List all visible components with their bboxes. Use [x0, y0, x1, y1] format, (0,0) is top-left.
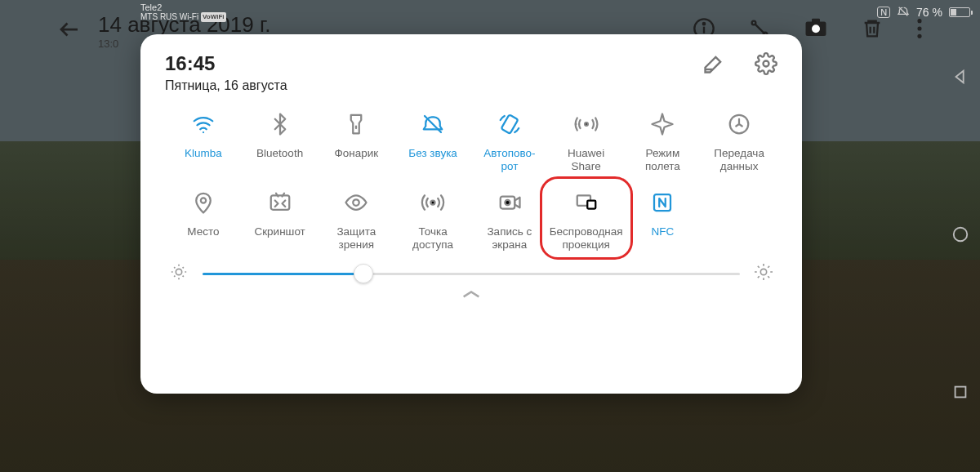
bluetooth-icon	[265, 109, 295, 139]
tile-screenshot[interactable]: Скриншот	[242, 188, 318, 252]
brightness-high-icon	[755, 263, 773, 284]
nfc-icon	[648, 188, 677, 217]
svg-rect-12	[956, 386, 966, 397]
nav-back-icon[interactable]	[951, 68, 969, 89]
tile-label: Запись сэкрана	[487, 225, 532, 252]
tile-label: HuaweiShare	[568, 147, 604, 173]
tile-location[interactable]: Место	[165, 188, 242, 252]
svg-point-6	[812, 24, 820, 33]
edit-tiles-icon[interactable]	[702, 52, 725, 78]
settings-icon[interactable]	[755, 52, 777, 78]
svg-point-19	[354, 199, 360, 206]
svg-point-13	[764, 61, 769, 67]
tile-label: Место	[187, 225, 219, 252]
tile-label: Автопово-рот	[483, 147, 535, 173]
tile-screenrec[interactable]: Запись сэкрана	[471, 188, 548, 252]
tile-label: Без звука	[408, 147, 457, 173]
screenshot-icon	[265, 188, 295, 217]
statusbar: Tele2 MTS RUS Wi-Fi VoWiFi N 76 %	[0, 0, 980, 24]
hotspot-icon	[418, 188, 448, 217]
tile-huaweishare[interactable]: HuaweiShare	[548, 109, 625, 173]
svg-rect-18	[270, 195, 289, 210]
svg-rect-24	[587, 201, 595, 209]
tiles-grid: KlumbaBluetoothФонарикБез звукаАвтопово-…	[165, 109, 777, 252]
svg-point-22	[505, 200, 510, 205]
tile-data[interactable]: Передачаданных	[701, 109, 777, 173]
tile-label: Беспроводнаяпроекция	[550, 225, 623, 252]
tile-label: Bluetooth	[256, 147, 303, 173]
tile-label: Фонарик	[335, 147, 379, 173]
panel-time: 16:45	[165, 52, 287, 75]
wirelessproj-icon	[572, 188, 601, 217]
panel-date: Пятница, 16 августа	[165, 78, 287, 93]
nfc-status-icon: N	[877, 7, 890, 18]
tile-wirelessproj[interactable]: Беспроводнаяпроекция	[548, 188, 625, 252]
eyecomfort-icon	[341, 188, 371, 217]
tile-eyecomfort[interactable]: Защитазрения	[318, 188, 395, 252]
brightness-low-icon	[170, 263, 188, 284]
mute-status-icon	[897, 5, 910, 20]
carrier-secondary: MTS RUS Wi-Fi	[140, 12, 198, 22]
svg-point-26	[176, 269, 181, 274]
brightness-thumb[interactable]	[354, 264, 373, 283]
tile-flashlight[interactable]: Фонарик	[318, 109, 395, 173]
brightness-slider-row	[165, 263, 777, 284]
tile-hotspot[interactable]: Точкадоступа	[394, 188, 471, 252]
wifi-icon	[189, 109, 218, 139]
tile-autorotate[interactable]: Автопово-рот	[471, 109, 548, 173]
quick-settings-panel: 16:45 Пятница, 16 августа KlumbaBluetoot…	[140, 34, 802, 394]
airplane-icon	[648, 109, 677, 139]
svg-point-10	[917, 33, 921, 38]
battery-percent: 76 %	[916, 6, 942, 19]
system-nav-bar	[941, 0, 980, 472]
tile-label: Режимполета	[645, 147, 680, 173]
brightness-slider[interactable]	[203, 273, 740, 275]
svg-point-15	[585, 122, 588, 126]
tile-mute[interactable]: Без звука	[394, 109, 471, 173]
collapse-chevron-icon[interactable]	[165, 289, 777, 304]
tile-label: Klumba	[185, 147, 222, 173]
vowifi-badge: VoWiFi	[201, 12, 225, 22]
location-icon	[189, 188, 218, 217]
nav-home-icon[interactable]	[951, 225, 969, 247]
huaweishare-icon	[572, 109, 601, 139]
carrier-primary: Tele2	[140, 2, 226, 12]
tile-label: Скриншот	[254, 225, 305, 252]
tile-label: Точкадоступа	[412, 225, 453, 252]
data-icon	[724, 109, 754, 139]
mute-icon	[418, 109, 448, 139]
tile-airplane[interactable]: Режимполета	[625, 109, 702, 173]
svg-point-9	[917, 26, 921, 30]
tile-label: Защитазрения	[336, 225, 376, 252]
svg-point-17	[201, 198, 206, 203]
screenrec-icon	[495, 188, 524, 217]
autorotate-icon	[495, 109, 524, 139]
tile-nfc[interactable]: NFC	[625, 188, 702, 252]
svg-point-20	[431, 201, 435, 205]
svg-point-27	[760, 269, 766, 274]
tile-wifi[interactable]: Klumba	[165, 109, 242, 173]
tile-label: Передачаданных	[714, 147, 764, 173]
flashlight-icon	[341, 109, 371, 139]
nav-recent-icon[interactable]	[951, 383, 969, 404]
svg-point-11	[954, 228, 968, 242]
tile-label: NFC	[652, 225, 675, 252]
tile-bluetooth[interactable]: Bluetooth	[242, 109, 318, 173]
